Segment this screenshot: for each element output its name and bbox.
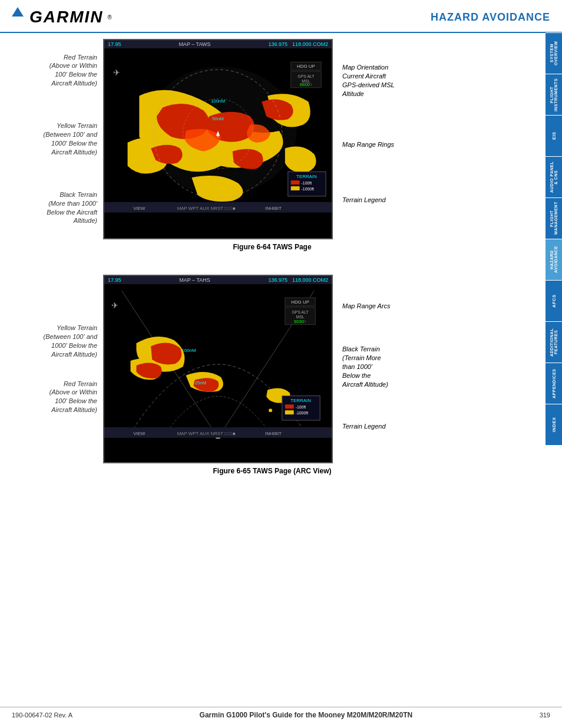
- svg-text:-100ft: -100ft: [296, 405, 306, 409]
- garmin-triangle-icon: [12, 7, 24, 17]
- svg-rect-43: [285, 404, 294, 409]
- sidebar-item-additional-features[interactable]: ADDITIONALFEATURES: [546, 321, 562, 363]
- svg-text:✈: ✈: [113, 68, 120, 77]
- svg-rect-18: [291, 180, 300, 185]
- taws-screen-2: 17.95 MAP – TAHS 136.975 118.000 COM2: [103, 275, 333, 463]
- sidebar-item-hazard-avoidance[interactable]: HAZARDAVOIDANCE: [546, 239, 562, 280]
- svg-text:9030↑: 9030↑: [294, 319, 307, 324]
- label-black-terrain-2: Black Terrain(Terrain Morethan 1000'Belo…: [342, 345, 418, 388]
- figure-1-caption: Figure 6-64 TAWS Page: [233, 243, 311, 251]
- garmin-logo-text: GARMIN: [29, 8, 104, 27]
- svg-text:-1000ft: -1000ft: [302, 187, 315, 191]
- figure-2-caption: Figure 6-65 TAWS Page (ARC View): [213, 467, 332, 475]
- svg-text:VIEW: VIEW: [133, 431, 146, 436]
- sidebar-item-flight-management[interactable]: FLIGHTMANAGEMENT: [546, 197, 562, 239]
- svg-text:25nM: 25nM: [194, 380, 206, 386]
- footer-doc-number: 190-00647-02 Rev. A: [12, 711, 72, 719]
- page-footer: 190-00647-02 Rev. A Garmin G1000 Pilot's…: [0, 707, 562, 719]
- sidebar-item-flight-instruments[interactable]: FLIGHTINSTRUMENTS: [546, 74, 562, 115]
- screen-2-com2: 118.000 COM2: [292, 277, 328, 283]
- screen-1-map: 100nM 50nM ✈ HDG UP: [104, 48, 332, 213]
- svg-text:MAP  WPT  AUX  NRST  □ □ ■: MAP WPT AUX NRST □ □ ■: [177, 206, 236, 211]
- terrain-svg-1: 100nM 50nM ✈ HDG UP: [104, 48, 332, 213]
- label-red-terrain-2: Red Terrain(Above or Within100' Below th…: [12, 380, 97, 414]
- figure-1-area: Red Terrain(Above or Within100' Below th…: [12, 39, 533, 239]
- svg-text:VIEW: VIEW: [133, 206, 146, 211]
- screen-2-map-title: MAP – TAHS: [179, 277, 210, 283]
- svg-text:HDG UP: HDG UP: [291, 299, 309, 305]
- label-black-terrain-1: Black Terrain(More than 1000'Below the A…: [12, 190, 97, 225]
- sidebar: SYSTEMOVERVIEW FLIGHTINSTRUMENTS EIS AUD…: [546, 32, 562, 445]
- figure-2-container: Yellow Terrain(Between 100' and1000' Bel…: [12, 275, 533, 475]
- svg-rect-45: [285, 410, 294, 414]
- footer-page-number: 319: [540, 711, 550, 719]
- svg-text:GPS ALT: GPS ALT: [292, 310, 309, 314]
- label-yellow-terrain-2: Yellow Terrain(Between 100' and1000' Bel…: [12, 324, 97, 358]
- sidebar-item-index[interactable]: INDEX: [546, 404, 562, 445]
- svg-text:HDG UP: HDG UP: [297, 64, 315, 69]
- screen-2-freq-left: 17.95: [108, 277, 121, 283]
- svg-text:-100ft: -100ft: [302, 181, 312, 185]
- sidebar-item-audio-panel[interactable]: AUDIO PANEL& CNS: [546, 156, 562, 197]
- svg-text:INHIBIT: INHIBIT: [265, 206, 282, 211]
- label-map-orientation-1: Map OrientationCurrent AircraftGPS-deriv…: [342, 63, 415, 98]
- figure-2-area: Yellow Terrain(Between 100' and1000' Bel…: [12, 275, 533, 463]
- sidebar-item-system-overview[interactable]: SYSTEMOVERVIEW: [546, 32, 562, 74]
- svg-text:-1000ft: -1000ft: [296, 411, 309, 415]
- svg-rect-20: [291, 186, 300, 190]
- svg-text:✈: ✈: [111, 301, 118, 310]
- sidebar-item-afcs[interactable]: AFCS: [546, 280, 562, 321]
- svg-text:TERRAIN: TERRAIN: [290, 398, 311, 403]
- svg-text:MAP  WPT  AUX  NRST  □ □ ■: MAP WPT AUX NRST □ □ ■: [177, 431, 236, 436]
- label-yellow-terrain-1: Yellow Terrain(Between 100' and1000' Bel…: [12, 121, 97, 156]
- terrain-svg-2: 100nM 25nM HDG UP GPS ALT MSL 9030↑: [104, 284, 332, 439]
- page-header: GARMIN ® HAZARD AVOIDANCE: [0, 0, 562, 33]
- svg-text:100nM: 100nM: [211, 98, 225, 104]
- screen-1-com2: 118.000 COM2: [292, 41, 328, 47]
- sidebar-item-appendices[interactable]: APPENDICES: [546, 363, 562, 404]
- screen-1-freq-right: 136.975: [268, 41, 287, 47]
- label-terrain-legend-2: Terrain Legend: [342, 423, 418, 430]
- taws-screen-1: 17.95 MAP – TAWS 136.975 118.000 COM2: [103, 39, 333, 239]
- label-terrain-legend-1: Terrain Legend: [342, 196, 415, 203]
- sidebar-item-eis[interactable]: EIS: [546, 115, 562, 156]
- svg-text:INHIBIT: INHIBIT: [265, 431, 282, 436]
- svg-text:TERRAIN: TERRAIN: [296, 174, 317, 179]
- label-red-terrain-1: Red Terrain(Above or Within100' Below th…: [12, 53, 97, 88]
- svg-text:6800↑: 6800↑: [300, 82, 313, 87]
- svg-text:50nM: 50nM: [212, 116, 224, 121]
- svg-text:GPS ALT: GPS ALT: [297, 74, 315, 78]
- page-title: HAZARD AVOIDANCE: [431, 11, 550, 24]
- screen-1-map-title: MAP – TAWS: [178, 41, 210, 47]
- main-content: Red Terrain(Above or Within100' Below th…: [0, 33, 544, 499]
- svg-text:100nM: 100nM: [181, 348, 196, 353]
- registered-mark: ®: [108, 14, 112, 21]
- figure-1-container: Red Terrain(Above or Within100' Below th…: [12, 39, 533, 251]
- screen-2-map: 100nM 25nM HDG UP GPS ALT MSL 9030↑: [104, 284, 332, 439]
- label-map-range-arcs: Map Range Arcs: [342, 302, 418, 311]
- footer-book-title: Garmin G1000 Pilot's Guide for the Moone…: [200, 711, 413, 719]
- screen-2-freq-right: 136.975: [268, 277, 287, 283]
- screen-1-top-bar: 17.95 MAP – TAWS 136.975 118.000 COM2: [104, 40, 332, 48]
- svg-point-29: [269, 409, 272, 412]
- screen-1-freq-left: 17.95: [108, 41, 121, 47]
- screen-2-top-bar: 17.95 MAP – TAHS 136.975 118.000 COM2: [104, 276, 332, 284]
- label-map-range-rings: Map Range Rings: [342, 141, 415, 148]
- garmin-logo: GARMIN ®: [12, 7, 112, 27]
